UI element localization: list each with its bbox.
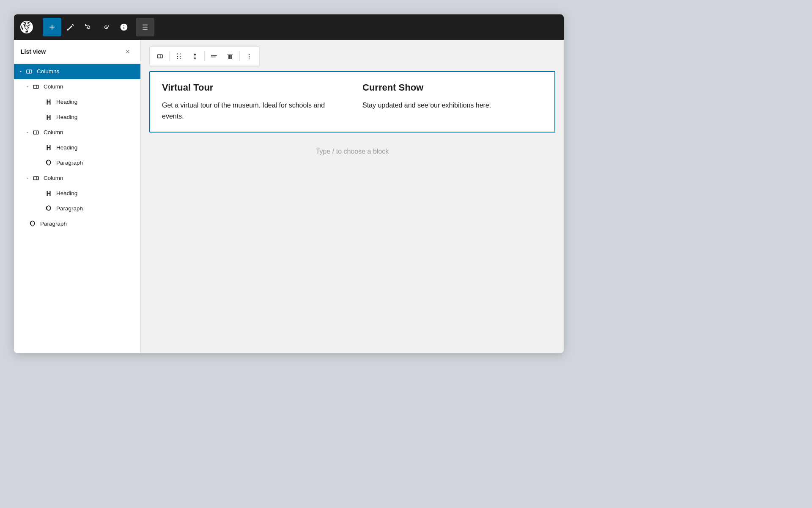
paragraph-block-icon-1 [44,159,53,167]
more-options-button[interactable] [241,49,257,64]
menu-icon [141,23,149,31]
column-2-content: Current Show Stay updated and see our ex… [362,82,543,121]
paragraph-1-label: Paragraph [56,159,83,167]
drag-handle-button[interactable] [171,49,187,64]
toolbar-divider-2 [204,51,205,61]
list-item-heading-3[interactable]: Heading [14,140,140,155]
list-item-heading-4[interactable]: Heading [14,186,140,201]
list-item-heading-1[interactable]: Heading [14,94,140,110]
paragraph-block-icon-3 [28,220,37,228]
column-block-icon-2 [32,128,40,137]
paragraph-3-label: Paragraph [40,220,67,228]
heading-3-label: Heading [56,144,77,152]
redo-icon [102,23,110,31]
tools-button[interactable] [62,19,79,36]
top-toolbar [14,14,564,40]
heading-1-label: Heading [56,98,77,106]
info-icon [120,23,128,31]
columns-content-block[interactable]: Virtual Tour Get a virtual tour of the m… [149,71,555,133]
columns-label: Columns [37,68,59,76]
chevron-down-icon-col1 [24,83,31,90]
vertical-align-icon [226,52,234,60]
chevron-down-icon-col3 [24,175,31,182]
wp-logo [14,14,39,40]
column-1-content: Virtual Tour Get a virtual tour of the m… [162,82,342,121]
plus-icon [48,23,56,31]
toolbar-divider-3 [239,51,240,61]
type-hint[interactable]: Type / to choose a block [149,143,555,160]
close-list-view-button[interactable]: × [122,46,134,58]
columns-toolbar-icon [156,52,164,60]
heading-block-icon-1 [44,98,53,106]
heading-2-label: Heading [56,113,77,121]
redo-button[interactable] [98,19,115,36]
column-2-paragraph[interactable]: Stay updated and see our exhibitions her… [362,100,543,111]
wp-logo-icon [19,19,34,35]
pencil-icon [66,23,75,31]
editor-area: Virtual Tour Get a virtual tour of the m… [141,40,564,353]
align-button[interactable] [206,49,222,64]
align-icon [210,52,218,60]
heading-block-icon-3 [44,144,53,152]
move-up-down-button[interactable] [187,49,203,64]
toolbar-divider-1 [169,51,170,61]
paragraph-2-label: Paragraph [56,205,83,213]
undo-icon [84,23,93,31]
list-item-column-2[interactable]: Column [14,125,140,140]
column-1-heading[interactable]: Virtual Tour [162,82,342,93]
block-toolbar [149,47,260,66]
list-view-panel: List view × Columns [14,40,141,353]
heading-4-label: Heading [56,190,77,198]
more-options-icon [245,52,253,60]
paragraph-block-icon-2 [44,204,53,213]
list-item-column-3[interactable]: Column [14,171,140,186]
sidebar-header: List view × [14,40,140,64]
heading-block-icon-4 [44,189,53,198]
column-block-icon-1 [32,83,40,91]
vertical-align-button[interactable] [222,49,238,64]
column-3-label: Column [44,174,63,182]
chevron-down-icon [17,68,24,75]
move-updown-icon [191,52,199,60]
column-1-label: Column [44,83,63,91]
list-item-columns[interactable]: Columns [14,64,140,79]
details-button[interactable] [115,19,132,36]
chevron-down-icon-col2 [24,129,31,136]
list-item-paragraph-2[interactable]: Paragraph [14,201,140,216]
options-button[interactable] [136,18,154,36]
list-item-heading-2[interactable]: Heading [14,110,140,125]
sidebar-title: List view [21,48,46,55]
column-2-heading[interactable]: Current Show [362,82,543,93]
list-item-column-1[interactable]: Column [14,79,140,94]
column-block-icon-3 [32,174,40,182]
main-area: List view × Columns [14,40,564,353]
column-2-label: Column [44,129,63,137]
undo-button[interactable] [80,19,97,36]
list-item-paragraph-3[interactable]: Paragraph [14,216,140,232]
columns-block-icon [25,67,33,76]
list-item-paragraph-1[interactable]: Paragraph [14,155,140,171]
add-block-button[interactable] [43,18,61,36]
editor-window: List view × Columns [14,14,564,353]
column-1-paragraph[interactable]: Get a virtual tour of the museum. Ideal … [162,100,342,121]
drag-icon [175,52,183,60]
block-type-button[interactable] [152,49,167,64]
heading-block-icon-2 [44,113,53,121]
